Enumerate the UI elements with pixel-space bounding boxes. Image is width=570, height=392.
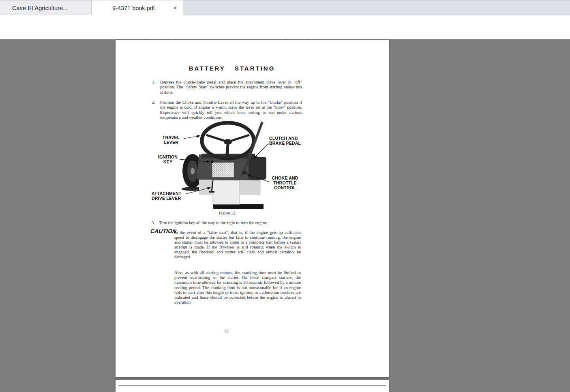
tab-close-icon[interactable]: ×: [171, 4, 179, 12]
figure-12: TRAVEL LEVER CLUTCH AND BRAKE PEDAL IGNI…: [151, 120, 304, 211]
caution-paragraph: In the event of a "false start", that is…: [174, 230, 301, 260]
figure-label-attachment-drive: ATTACHMENT DRIVE LEVER: [152, 191, 189, 201]
list-item-text: Turn the ignition key all the way to the…: [159, 221, 268, 225]
pdf-viewer-window: Case IH Agriculture... 9-4371 book.pdf ×: [0, 0, 570, 392]
browser-tab-bar: Case IH Agriculture... 9-4371 book.pdf ×: [0, 0, 570, 15]
list-item-number: 2.: [152, 100, 155, 105]
tab-label: Case IH Agriculture...: [12, 5, 86, 11]
tab-label: 9-4371 book.pdf: [112, 5, 171, 11]
caution-heading: CAUTION: [150, 228, 177, 234]
list-item-number: 1.: [152, 80, 155, 85]
pdf-page-17: BATTERY STARTING 1. Depress the clutch-b…: [116, 40, 389, 377]
next-page-border-rule: [118, 386, 386, 386]
printed-page-number: 15: [214, 329, 238, 334]
figure-label-ignition-key: IGNITION KEY: [156, 154, 180, 164]
pdf-page-18-partial: [116, 380, 389, 392]
figure-caption: Figure 12: [184, 211, 270, 216]
list-item-number: 3.: [152, 221, 155, 225]
pdf-toolbar: / 48 57.9%: [0, 15, 570, 39]
tab-case-ih[interactable]: Case IH Agriculture...: [0, 0, 92, 16]
tab-pdf-document[interactable]: 9-4371 book.pdf ×: [92, 0, 183, 16]
figure-label-choke-throttle: CHOKE AND THROTTLE CONTROL: [270, 176, 300, 190]
figure-label-clutch-brake-pedal: CLUTCH AND BRAKE PEDAL: [269, 136, 306, 146]
body-paragraph: Also, as with all starting motors, the c…: [174, 270, 301, 305]
list-item-text: Position the Choke and Throttle Lever al…: [160, 100, 302, 120]
list-item-text: Depress the clutch-brake pedal and place…: [160, 80, 302, 95]
page-title: BATTERY STARTING: [156, 65, 308, 72]
figure-label-travel-lever: TRAVEL LEVER: [159, 135, 184, 145]
pdf-canvas[interactable]: BATTERY STARTING 1. Depress the clutch-b…: [0, 39, 570, 392]
